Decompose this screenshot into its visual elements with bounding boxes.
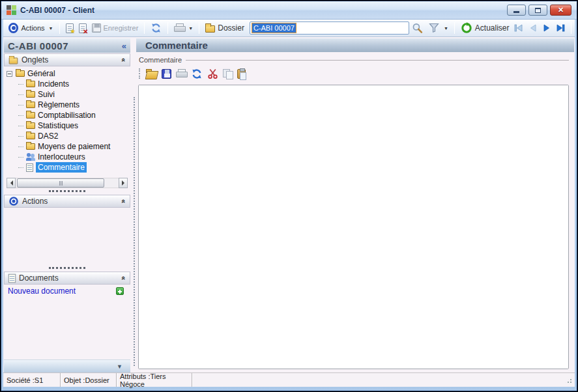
tree-expander-icon[interactable]: [7, 71, 12, 77]
panel-splitter[interactable]: [4, 265, 130, 271]
title-bar[interactable]: C-ABI 00007 - Client ✕: [1, 1, 577, 20]
tree-item-comptabilisation[interactable]: Comptabilisation: [7, 110, 130, 120]
nav-previous-icon: [528, 23, 538, 33]
print-icon: [174, 23, 184, 33]
tree-item-commentaire[interactable]: Commentaire: [7, 162, 130, 173]
collapse-down-icon[interactable]: ▼: [117, 363, 123, 370]
documents-collapse-icon[interactable]: «: [120, 276, 128, 280]
status-societe: Société :S1: [3, 373, 61, 387]
actualiser-icon: [461, 22, 472, 34]
open-icon-button[interactable]: [146, 71, 157, 79]
folder-icon: [26, 112, 35, 119]
scroll-left-button[interactable]: [7, 178, 16, 188]
x-badge-icon: ✕: [83, 29, 88, 35]
minimize-icon: [513, 11, 519, 13]
panel-splitter[interactable]: [4, 188, 130, 194]
people-icon: [26, 153, 35, 161]
tree-item-suivi[interactable]: Suivi: [7, 89, 130, 100]
documents-panel-icon: [8, 273, 16, 283]
add-document-button[interactable]: [116, 287, 124, 295]
tree-item-label: Moyens de paiement: [38, 142, 110, 151]
tree-item-label: Interlocuteurs: [38, 152, 85, 161]
tree-item-label: Incidents: [38, 79, 69, 89]
nav-last-button[interactable]: [554, 21, 568, 35]
tree-horizontal-scrollbar[interactable]: [7, 178, 128, 188]
sidebar-filler: [4, 298, 130, 359]
status-filler: [192, 373, 575, 387]
actualiser-button[interactable]: Actualiser: [458, 21, 512, 35]
save-icon-button[interactable]: [162, 69, 171, 79]
tree-item-reglements[interactable]: Règlements: [7, 100, 130, 110]
refresh-button[interactable]: [148, 21, 164, 35]
toolbar-grip[interactable]: [139, 68, 140, 79]
onglets-collapse-icon[interactable]: «: [120, 58, 128, 62]
tree-item-incidents[interactable]: Incidents: [7, 79, 130, 89]
onglets-folder-icon: [9, 58, 18, 64]
window-body: C-ABI 00007 « Onglets « Général Incident…: [3, 37, 575, 372]
scrollbar-track[interactable]: [16, 178, 119, 188]
actualiser-label: Actualiser: [475, 23, 510, 33]
tree-item-label: Statistiques: [38, 121, 78, 130]
actions-menu-button[interactable]: Actions ▼: [18, 23, 55, 33]
new-document-link[interactable]: Nouveau document: [8, 287, 116, 296]
note-icon: [26, 163, 33, 172]
refresh-icon: [151, 23, 162, 33]
actions-target-icon: [8, 23, 19, 33]
star-badge-icon: ★: [70, 29, 75, 35]
print-button[interactable]: ▼: [171, 22, 195, 34]
cut-icon-button[interactable]: [207, 68, 218, 79]
maximize-icon: [535, 8, 541, 13]
status-attributs: Attributs :Tiers Négoce: [117, 373, 192, 387]
tree-item-label: DAS2: [38, 132, 58, 141]
print-icon-button[interactable]: [176, 69, 186, 78]
dossier-button[interactable]: Dossier: [203, 22, 247, 34]
sidebar-main-splitter[interactable]: [132, 38, 136, 372]
tree-item-moyens-de-paiement[interactable]: Moyens de paiement: [7, 141, 130, 152]
nav-previous-button[interactable]: [526, 21, 540, 35]
sidebar-title-bar: C-ABI 00007 «: [4, 38, 130, 53]
delete-record-icon: ✕: [79, 23, 87, 33]
search-button[interactable]: [409, 21, 426, 35]
documents-panel-label: Documents: [19, 273, 119, 283]
minimize-button[interactable]: [507, 5, 526, 16]
tree-item-interlocuteurs[interactable]: Interlocuteurs: [7, 152, 130, 162]
refresh-icon-button[interactable]: [191, 68, 203, 79]
documents-panel-header[interactable]: Documents «: [4, 272, 130, 285]
onglets-panel-label: Onglets: [22, 55, 119, 64]
actions-caret-icon: ▼: [49, 26, 53, 31]
delete-record-button[interactable]: ✕: [76, 22, 89, 35]
tree-item-statistiques[interactable]: Statistiques: [7, 120, 130, 131]
print-dropdown-caret-icon: ▼: [188, 26, 193, 31]
nav-first-button[interactable]: [512, 21, 526, 35]
window-title: C-ABI 00007 - Client: [20, 6, 94, 15]
sidebar-bottom-bar[interactable]: ▼: [4, 359, 130, 372]
close-icon: ✕: [558, 6, 564, 14]
onglets-panel-header[interactable]: Onglets «: [4, 53, 130, 66]
tree-item-general[interactable]: Général: [7, 68, 130, 79]
tree-item-label: Suivi: [38, 90, 55, 99]
scroll-right-icon: [122, 180, 127, 186]
new-record-button[interactable]: ★: [63, 22, 76, 35]
search-input[interactable]: C-ABI 00007: [250, 21, 409, 35]
sidebar-collapse-icon[interactable]: «: [122, 41, 126, 51]
scroll-right-button[interactable]: [119, 178, 128, 188]
nav-next-button[interactable]: [540, 21, 553, 35]
actions-menu-label: Actions: [21, 24, 44, 32]
maximize-button[interactable]: [528, 5, 547, 16]
copy-icon-button[interactable]: [223, 69, 233, 79]
filter-button[interactable]: ▼: [426, 21, 451, 35]
resize-grip[interactable]: [566, 377, 572, 384]
sidebar: C-ABI 00007 « Onglets « Général Incident…: [4, 38, 130, 372]
paste-icon-button[interactable]: [237, 69, 246, 79]
new-record-icon: ★: [66, 23, 74, 33]
actions-collapse-icon[interactable]: «: [120, 199, 128, 203]
search-input-value: C-ABI 00007: [252, 23, 296, 33]
sidebar-title: C-ABI 00007: [8, 40, 122, 51]
tree-item-das2[interactable]: DAS2: [7, 131, 130, 141]
comment-editor[interactable]: [139, 85, 568, 369]
actions-panel-header[interactable]: Actions «: [4, 195, 130, 208]
save-button[interactable]: Enregistrer: [89, 22, 141, 34]
status-bar: Société :S1 Objet :Dossier Attributs :Ti…: [3, 372, 575, 387]
close-button[interactable]: ✕: [550, 5, 571, 16]
scrollbar-thumb[interactable]: [17, 178, 104, 188]
